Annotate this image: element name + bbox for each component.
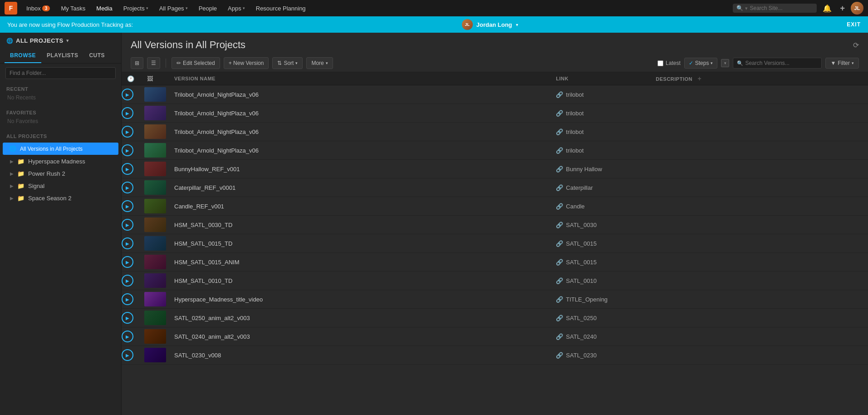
play-button-4[interactable]: ▶ — [122, 163, 133, 175]
sidebar-item-all-versions[interactable]: 🌐 All Versions in All Projects — [3, 143, 118, 155]
cell-thumb-6 — [142, 197, 169, 216]
nav-projects[interactable]: Projects▾ — [119, 3, 153, 14]
search-versions-input[interactable] — [745, 60, 818, 66]
add-button[interactable]: + — [838, 3, 847, 14]
play-button-13[interactable]: ▶ — [122, 331, 133, 342]
play-button-2[interactable]: ▶ — [122, 126, 133, 138]
list-view-button[interactable]: ☰ — [147, 57, 160, 69]
add-column-button[interactable]: + — [698, 75, 702, 82]
grid-view-button[interactable]: ⊞ — [131, 57, 143, 69]
nav-apps[interactable]: Apps▾ — [223, 3, 250, 14]
refresh-button[interactable]: ⟳ — [853, 41, 859, 49]
sidebar-item-hyperspace[interactable]: ▶ 📁 Hyperspace Madness — [0, 155, 121, 168]
cell-name-6[interactable]: Candle_REF_v001 — [169, 197, 550, 216]
tab-cuts[interactable]: CUTS — [83, 49, 110, 63]
cell-name-8[interactable]: HSM_SATL_0015_TD — [169, 234, 550, 253]
play-button-12[interactable]: ▶ — [122, 312, 133, 324]
cell-link-14[interactable]: 🔗SATL_0230 — [550, 346, 650, 365]
cell-name-0[interactable]: Trilobot_Arnold_NightPlaza_v06 — [169, 85, 550, 104]
play-button-11[interactable]: ▶ — [122, 293, 133, 305]
link-icon-1: 🔗 — [556, 110, 563, 117]
cell-name-4[interactable]: BunnyHallow_REF_v001 — [169, 160, 550, 178]
cell-link-8[interactable]: 🔗SATL_0015 — [550, 234, 650, 253]
nav-inbox[interactable]: Inbox 3 — [22, 3, 54, 14]
global-search[interactable]: 🔍 ▾ — [733, 4, 817, 13]
cell-link-5[interactable]: 🔗Caterpillar — [550, 178, 650, 197]
edit-selected-button[interactable]: ✏ Edit Selected — [172, 57, 220, 69]
col-header-version-name[interactable]: VERSION NAME — [169, 72, 550, 85]
nav-people[interactable]: People — [194, 3, 221, 14]
cell-name-11[interactable]: Hyperspace_Madness_title_video — [169, 290, 550, 309]
play-button-6[interactable]: ▶ — [122, 200, 133, 212]
cell-link-10[interactable]: 🔗SATL_0010 — [550, 272, 650, 290]
project-selector[interactable]: 🌐 ALL PROJECTS ▾ — [0, 33, 121, 49]
sidebar-item-powerrush[interactable]: ▶ 📁 Power Rush 2 — [0, 168, 121, 180]
more-button[interactable]: More ▾ — [306, 57, 333, 69]
play-button-0[interactable]: ▶ — [122, 89, 133, 100]
cell-link-3[interactable]: 🔗trilobot — [550, 141, 650, 160]
filter-button[interactable]: ▼ Filter ▾ — [825, 58, 859, 69]
col-header-description[interactable]: DESCRIPTION + — [650, 72, 868, 85]
nav-resource-planning[interactable]: Resource Planning — [251, 3, 310, 14]
banner-username[interactable]: Jordan Long — [476, 21, 512, 28]
sidebar-item-signal[interactable]: ▶ 📁 Signal — [0, 180, 121, 192]
cell-link-2[interactable]: 🔗trilobot — [550, 123, 650, 141]
play-button-3[interactable]: ▶ — [122, 144, 133, 156]
tab-playlists[interactable]: PLAYLISTS — [41, 49, 83, 63]
new-version-button[interactable]: + New Version — [224, 57, 269, 69]
col-header-link[interactable]: LINK — [550, 72, 650, 85]
cell-link-6[interactable]: 🔗Candle — [550, 197, 650, 216]
cell-name-9[interactable]: HSM_SATL_0015_ANIM — [169, 253, 550, 272]
notifications-icon[interactable]: 🔔 — [820, 3, 834, 14]
cell-name-10[interactable]: HSM_SATL_0010_TD — [169, 272, 550, 290]
column-picker-button[interactable]: ▾ — [721, 59, 729, 67]
nav-allpages[interactable]: All Pages▾ — [155, 3, 192, 14]
latest-checkbox[interactable] — [657, 60, 663, 66]
cell-link-1[interactable]: 🔗trilobot — [550, 104, 650, 123]
cell-link-11[interactable]: 🔗TITLE_Opening — [550, 290, 650, 309]
cell-name-3[interactable]: Trilobot_Arnold_NightPlaza_v06 — [169, 141, 550, 160]
cell-name-1[interactable]: Trilobot_Arnold_NightPlaza_v06 — [169, 104, 550, 123]
cell-name-12[interactable]: SATL_0250_anim_alt2_v003 — [169, 309, 550, 327]
cell-link-12[interactable]: 🔗SATL_0250 — [550, 309, 650, 327]
nav-mytasks[interactable]: My Tasks — [56, 3, 90, 14]
cell-link-4[interactable]: 🔗Bunny Hallow — [550, 160, 650, 178]
play-button-5[interactable]: ▶ — [122, 182, 133, 193]
search-versions[interactable]: 🔍 — [733, 58, 822, 69]
play-button-8[interactable]: ▶ — [122, 237, 133, 249]
link-icon-10: 🔗 — [556, 277, 563, 284]
latest-label: Latest — [666, 60, 681, 66]
search-input[interactable] — [750, 5, 813, 11]
banner-user-chevron: ▾ — [516, 22, 518, 27]
all-versions-icon: 🌐 — [9, 145, 16, 152]
cell-link-0[interactable]: 🔗trilobot — [550, 85, 650, 104]
spaceseason-expand-icon: ▶ — [10, 196, 14, 201]
cell-name-5[interactable]: Caterpillar_REF_v0001 — [169, 178, 550, 197]
cell-name-13[interactable]: SATL_0240_anim_alt2_v003 — [169, 327, 550, 346]
play-button-10[interactable]: ▶ — [122, 275, 133, 287]
cell-name-2[interactable]: Trilobot_Arnold_NightPlaza_v06 — [169, 123, 550, 141]
cell-name-7[interactable]: HSM_SATL_0030_TD — [169, 216, 550, 234]
play-button-7[interactable]: ▶ — [122, 219, 133, 231]
link-icon-14: 🔗 — [556, 352, 563, 359]
play-button-9[interactable]: ▶ — [122, 256, 133, 268]
cell-link-9[interactable]: 🔗SATL_0015 — [550, 253, 650, 272]
app-logo[interactable]: F — [5, 2, 17, 15]
table-row: ▶ HSM_SATL_0015_ANIM 🔗SATL_0015 — [122, 253, 868, 272]
sidebar-item-spaceseason[interactable]: ▶ 📁 Space Season 2 — [0, 192, 121, 204]
cell-link-13[interactable]: 🔗SATL_0240 — [550, 327, 650, 346]
sort-button[interactable]: ⇅ Sort ▾ — [272, 57, 303, 69]
latest-checkbox-label[interactable]: Latest — [657, 60, 681, 66]
play-button-14[interactable]: ▶ — [122, 349, 133, 361]
thumbnail-11 — [144, 292, 166, 306]
cell-link-7[interactable]: 🔗SATL_0030 — [550, 216, 650, 234]
folder-search[interactable] — [0, 64, 121, 83]
nav-media[interactable]: Media — [92, 3, 117, 14]
folder-search-input[interactable] — [5, 67, 116, 79]
cell-name-14[interactable]: SATL_0230_v008 — [169, 346, 550, 365]
play-button-1[interactable]: ▶ — [122, 107, 133, 119]
user-avatar[interactable]: JL — [851, 2, 863, 15]
tab-browse[interactable]: BROWSE — [5, 49, 41, 63]
exit-button[interactable]: EXIT — [847, 21, 861, 28]
steps-button[interactable]: ✓ Steps ▾ — [684, 58, 718, 69]
